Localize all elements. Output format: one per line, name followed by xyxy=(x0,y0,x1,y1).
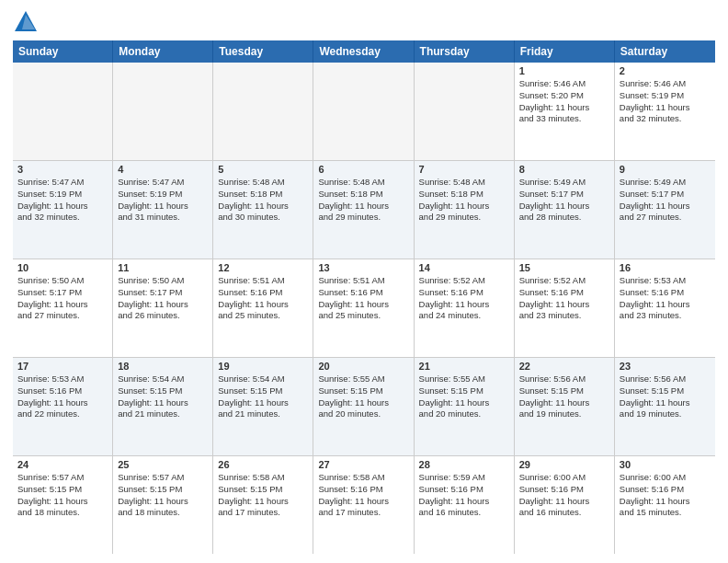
calendar-week-4: 17Sunrise: 5:53 AMSunset: 5:16 PMDayligh… xyxy=(13,358,715,456)
cell-line-l1: Sunrise: 5:59 AM xyxy=(419,472,509,484)
day-number: 4 xyxy=(118,164,208,175)
cell-line-l1: Sunrise: 5:50 AM xyxy=(17,275,108,287)
day-number: 22 xyxy=(519,361,609,372)
cell-line-l3: Daylight: 11 hours xyxy=(17,299,108,311)
day-number: 16 xyxy=(620,262,711,273)
cell-line-l1: Sunrise: 6:00 AM xyxy=(620,472,711,484)
calendar-cell: 22Sunrise: 5:56 AMSunset: 5:15 PMDayligh… xyxy=(515,358,615,455)
cell-line-l4: and 30 minutes. xyxy=(218,212,308,224)
header-day-thursday: Thursday xyxy=(415,40,515,63)
calendar-cell: 5Sunrise: 5:48 AMSunset: 5:18 PMDaylight… xyxy=(213,161,313,259)
cell-line-l4: and 31 minutes. xyxy=(118,212,208,224)
day-number: 12 xyxy=(218,262,308,273)
cell-line-l3: Daylight: 11 hours xyxy=(218,496,308,508)
cell-line-l2: Sunset: 5:17 PM xyxy=(519,189,609,201)
calendar: SundayMondayTuesdayWednesdayThursdayFrid… xyxy=(13,40,715,554)
calendar-cell xyxy=(415,63,515,160)
calendar-week-1: 1Sunrise: 5:46 AMSunset: 5:20 PMDaylight… xyxy=(13,63,715,161)
day-number: 18 xyxy=(118,361,208,372)
calendar-cell: 8Sunrise: 5:49 AMSunset: 5:17 PMDaylight… xyxy=(515,161,615,259)
cell-line-l4: and 20 minutes. xyxy=(419,408,509,420)
day-number: 5 xyxy=(218,164,308,175)
header-day-wednesday: Wednesday xyxy=(313,40,414,63)
calendar-cell: 24Sunrise: 5:57 AMSunset: 5:15 PMDayligh… xyxy=(13,456,113,554)
calendar-cell: 28Sunrise: 5:59 AMSunset: 5:16 PMDayligh… xyxy=(415,456,515,554)
cell-line-l4: and 21 minutes. xyxy=(118,408,208,420)
cell-line-l1: Sunrise: 5:57 AM xyxy=(17,472,108,484)
cell-line-l4: and 15 minutes. xyxy=(620,507,711,519)
cell-line-l2: Sunset: 5:16 PM xyxy=(519,287,609,299)
calendar-cell: 1Sunrise: 5:46 AMSunset: 5:20 PMDaylight… xyxy=(515,63,615,160)
calendar-cell: 26Sunrise: 5:58 AMSunset: 5:15 PMDayligh… xyxy=(213,456,313,554)
header-day-tuesday: Tuesday xyxy=(213,40,313,63)
cell-line-l3: Daylight: 11 hours xyxy=(519,397,609,409)
cell-line-l4: and 26 minutes. xyxy=(118,310,208,322)
cell-line-l3: Daylight: 11 hours xyxy=(419,397,509,409)
cell-line-l2: Sunset: 5:19 PM xyxy=(17,189,108,201)
cell-line-l2: Sunset: 5:17 PM xyxy=(118,287,208,299)
cell-line-l3: Daylight: 11 hours xyxy=(519,496,609,508)
day-number: 20 xyxy=(318,361,408,372)
cell-line-l2: Sunset: 5:15 PM xyxy=(118,385,208,397)
cell-line-l3: Daylight: 11 hours xyxy=(17,496,108,508)
cell-line-l2: Sunset: 5:16 PM xyxy=(419,484,509,496)
day-number: 25 xyxy=(118,459,208,470)
day-number: 17 xyxy=(17,361,108,372)
cell-line-l3: Daylight: 11 hours xyxy=(218,299,308,311)
day-number: 30 xyxy=(620,459,711,470)
day-number: 3 xyxy=(17,164,108,175)
cell-line-l1: Sunrise: 5:55 AM xyxy=(419,373,509,385)
cell-line-l1: Sunrise: 5:46 AM xyxy=(519,78,609,90)
cell-line-l2: Sunset: 5:16 PM xyxy=(17,385,108,397)
cell-line-l3: Daylight: 11 hours xyxy=(620,299,711,311)
cell-line-l1: Sunrise: 5:52 AM xyxy=(419,275,509,287)
day-number: 19 xyxy=(218,361,308,372)
cell-line-l3: Daylight: 11 hours xyxy=(620,201,711,213)
cell-line-l3: Daylight: 11 hours xyxy=(118,201,208,213)
cell-line-l3: Daylight: 11 hours xyxy=(118,397,208,409)
day-number: 14 xyxy=(419,262,509,273)
cell-line-l4: and 17 minutes. xyxy=(318,507,408,519)
cell-line-l4: and 29 minutes. xyxy=(318,212,408,224)
logo xyxy=(13,9,42,35)
calendar-body: 1Sunrise: 5:46 AMSunset: 5:20 PMDaylight… xyxy=(13,63,715,554)
cell-line-l2: Sunset: 5:18 PM xyxy=(318,189,408,201)
calendar-cell: 27Sunrise: 5:58 AMSunset: 5:16 PMDayligh… xyxy=(313,456,414,554)
day-number: 13 xyxy=(318,262,408,273)
cell-line-l1: Sunrise: 5:51 AM xyxy=(318,275,408,287)
day-number: 6 xyxy=(318,164,408,175)
cell-line-l4: and 29 minutes. xyxy=(419,212,509,224)
header-day-monday: Monday xyxy=(113,40,213,63)
cell-line-l4: and 21 minutes. xyxy=(218,408,308,420)
cell-line-l2: Sunset: 5:17 PM xyxy=(620,189,711,201)
calendar-cell: 10Sunrise: 5:50 AMSunset: 5:17 PMDayligh… xyxy=(13,259,113,357)
calendar-cell xyxy=(313,63,414,160)
calendar-cell: 30Sunrise: 6:00 AMSunset: 5:16 PMDayligh… xyxy=(615,456,715,554)
calendar-cell: 9Sunrise: 5:49 AMSunset: 5:17 PMDaylight… xyxy=(615,161,715,259)
cell-line-l4: and 23 minutes. xyxy=(620,310,711,322)
cell-line-l2: Sunset: 5:19 PM xyxy=(620,90,711,102)
header-day-friday: Friday xyxy=(515,40,615,63)
calendar-cell: 15Sunrise: 5:52 AMSunset: 5:16 PMDayligh… xyxy=(515,259,615,357)
cell-line-l2: Sunset: 5:16 PM xyxy=(620,484,711,496)
cell-line-l1: Sunrise: 5:53 AM xyxy=(620,275,711,287)
cell-line-l4: and 18 minutes. xyxy=(118,507,208,519)
day-number: 27 xyxy=(318,459,408,470)
cell-line-l3: Daylight: 11 hours xyxy=(519,201,609,213)
cell-line-l2: Sunset: 5:15 PM xyxy=(218,484,308,496)
cell-line-l1: Sunrise: 5:49 AM xyxy=(620,177,711,189)
calendar-cell: 13Sunrise: 5:51 AMSunset: 5:16 PMDayligh… xyxy=(313,259,414,357)
cell-line-l4: and 19 minutes. xyxy=(519,408,609,420)
cell-line-l1: Sunrise: 5:47 AM xyxy=(17,177,108,189)
cell-line-l2: Sunset: 5:15 PM xyxy=(318,385,408,397)
calendar-cell: 2Sunrise: 5:46 AMSunset: 5:19 PMDaylight… xyxy=(615,63,715,160)
cell-line-l4: and 25 minutes. xyxy=(218,310,308,322)
calendar-cell: 12Sunrise: 5:51 AMSunset: 5:16 PMDayligh… xyxy=(213,259,313,357)
header xyxy=(13,9,715,35)
cell-line-l3: Daylight: 11 hours xyxy=(118,496,208,508)
cell-line-l3: Daylight: 11 hours xyxy=(17,397,108,409)
day-number: 2 xyxy=(620,65,711,76)
calendar-cell: 16Sunrise: 5:53 AMSunset: 5:16 PMDayligh… xyxy=(615,259,715,357)
calendar-cell xyxy=(113,63,213,160)
cell-line-l1: Sunrise: 5:54 AM xyxy=(118,373,208,385)
